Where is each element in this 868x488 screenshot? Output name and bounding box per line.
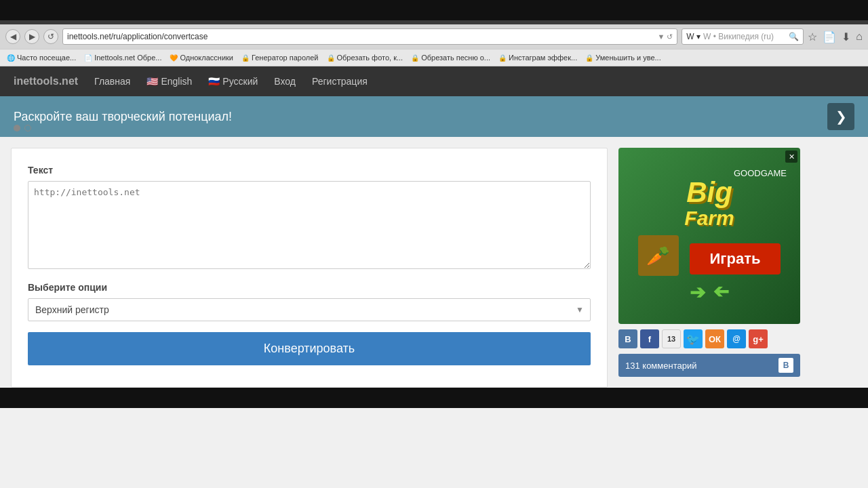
bookmark-label-6: Инстаграм эффек... (509, 54, 577, 62)
dot-2[interactable] (24, 125, 31, 131)
site-logo: inettools.net (14, 75, 78, 87)
banner-text: Раскройте ваш творческий потенциал! (14, 110, 232, 124)
address-bar[interactable]: inettools.net/ru/application/convertcase… (62, 28, 677, 45)
browser-toolbar: ◀ ▶ ↺ inettools.net/ru/application/conve… (0, 24, 868, 49)
nav-russian-label: Русский (222, 76, 258, 87)
search-icon[interactable]: 🔍 (789, 32, 799, 41)
facebook-count: 13 (662, 329, 681, 348)
search-text: W • Википедия (ru) (701, 32, 789, 41)
facebook-button[interactable]: f (640, 329, 659, 348)
flag-ru-icon: 🇷🇺 (208, 76, 220, 87)
case-select[interactable]: Верхний регистр Нижний регистр Каждое сл… (28, 298, 591, 321)
bookmark-icon-2: 🧡 (170, 54, 178, 62)
bookmarks-bar: 🌐 Часто посещае... 📄 Inettools.net Обре.… (0, 49, 868, 66)
twitter-button[interactable]: 🐦 (684, 329, 703, 348)
black-bottom-bar (0, 388, 868, 408)
odnoklassniki-button[interactable]: ОК (705, 329, 724, 348)
bookmark-item-4[interactable]: 🔒 Обрезать фото, к... (324, 53, 406, 62)
flag-us-icon: 🇺🇸 (146, 76, 158, 87)
bookmark-item-5[interactable]: 🔒 Обрезать песню о... (408, 53, 493, 62)
bookmark-item-3[interactable]: 🔒 Генератор паролей (239, 53, 321, 62)
form-container: Текст Выберите опции Верхний регистр Ниж… (11, 148, 608, 388)
bookmark-label-3: Генератор паролей (252, 54, 318, 62)
options-label: Выберите опции (28, 282, 591, 293)
banner-next-button[interactable]: ❯ (827, 103, 854, 130)
nav-login-label: Вход (274, 76, 296, 87)
page-icon[interactable]: 📄 (823, 30, 836, 43)
search-prefix: W ▾ (686, 32, 701, 41)
ad-game-title: Big (686, 178, 732, 207)
star-icon[interactable]: ☆ (808, 30, 817, 43)
nav-register-label: Регистрация (312, 76, 368, 87)
vk-button[interactable]: В (618, 329, 637, 348)
bookmark-label-7: Уменьшить и уве... (595, 54, 660, 62)
bookmark-icon-0: 🌐 (7, 54, 15, 62)
reload-button[interactable]: ↺ (43, 29, 58, 44)
bookmark-label-2: Одноклассники (180, 54, 233, 62)
bookmark-icon-4: 🔒 (327, 54, 335, 62)
toolbar-icons: ☆ 📄 ⬇ ⌂ (808, 30, 863, 43)
bookmark-icon-1: 📄 (84, 54, 92, 62)
search-bar[interactable]: W ▾ W • Википедия (ru) 🔍 (682, 28, 804, 45)
bookmark-label-5: Обрезать песню о... (421, 54, 490, 62)
nav-english-label: English (161, 76, 192, 87)
nav-english[interactable]: 🇺🇸 English (146, 76, 192, 87)
ad-play-button[interactable]: Играть (690, 243, 781, 274)
nav-register[interactable]: Регистрация (312, 76, 368, 87)
address-text: inettools.net/ru/application/convertcase (67, 32, 657, 41)
mailru-button[interactable]: @ (727, 329, 746, 348)
ad-basket-icon: 🥕 (638, 235, 679, 276)
home-icon[interactable]: ⌂ (856, 30, 863, 43)
ad-close-button[interactable]: ✕ (785, 150, 797, 163)
dot-1[interactable] (14, 125, 20, 131)
bookmark-icon-6: 🔒 (498, 54, 507, 62)
comments-bar: 131 комментарий В (618, 354, 800, 377)
bookmark-label-4: Обрезать фото, к... (337, 54, 403, 62)
nav-login[interactable]: Вход (274, 76, 296, 87)
ad-inner: GOODGAME Big Farm 🥕 Играть ➔ ➔ (618, 148, 800, 324)
address-icons: ▼ ↺ (657, 33, 673, 41)
banner: Раскройте ваш творческий потенциал! ❯ (0, 96, 868, 137)
black-top-bar (0, 0, 868, 20)
convert-button[interactable]: Конвертировать (28, 332, 591, 365)
bookmark-item-2[interactable]: 🧡 Одноклассники (167, 53, 236, 62)
arrow-left-icon: ➔ (690, 281, 705, 304)
comments-vk-icon: В (778, 358, 793, 373)
browser-chrome: ◀ ▶ ↺ inettools.net/ru/application/conve… (0, 20, 868, 66)
select-wrapper: Верхний регистр Нижний регистр Каждое сл… (28, 298, 591, 321)
nav-russian[interactable]: 🇷🇺 Русский (208, 76, 258, 87)
bookmark-icon-5: 🔒 (411, 54, 419, 62)
nav-home-label: Главная (94, 76, 130, 87)
comments-label: 131 комментарий (625, 361, 696, 371)
bookmark-label-1: Inettools.net Обре... (94, 54, 161, 62)
back-button[interactable]: ◀ (5, 29, 20, 44)
bookmark-item-0[interactable]: 🌐 Часто посещае... (4, 53, 79, 62)
bookmark-item-7[interactable]: 🔒 Уменьшить и уве... (583, 53, 663, 62)
social-bar: В f 13 🐦 ОК @ g+ (618, 329, 800, 348)
text-input[interactable] (28, 181, 591, 269)
bookmark-item-1[interactable]: 📄 Inettools.net Обре... (81, 53, 164, 62)
bookmark-label-0: Часто посещае... (17, 54, 76, 62)
googleplus-button[interactable]: g+ (749, 329, 768, 348)
forward-button[interactable]: ▶ (24, 29, 39, 44)
nav-home[interactable]: Главная (94, 76, 130, 87)
banner-dots (14, 125, 31, 131)
bookmark-icon-3: 🔒 (241, 54, 250, 62)
text-field-label: Текст (28, 165, 591, 176)
bookmark-item-6[interactable]: 🔒 Инстаграм эффек... (496, 53, 580, 62)
arrow-right-icon: ➔ (713, 281, 729, 304)
ad-game-subtitle: Farm (684, 207, 734, 230)
sidebar: ✕ GOODGAME Big Farm 🥕 Играть ➔ ➔ В (608, 137, 811, 388)
bookmark-icon-7: 🔒 (585, 54, 593, 62)
main-content: Текст Выберите опции Верхний регистр Ниж… (0, 137, 868, 388)
site-nav: inettools.net Главная 🇺🇸 English 🇷🇺 Русс… (0, 66, 868, 96)
ad-arrows: ➔ ➔ (690, 281, 729, 304)
ad-box: ✕ GOODGAME Big Farm 🥕 Играть ➔ ➔ (618, 148, 800, 324)
download-icon[interactable]: ⬇ (842, 30, 850, 43)
